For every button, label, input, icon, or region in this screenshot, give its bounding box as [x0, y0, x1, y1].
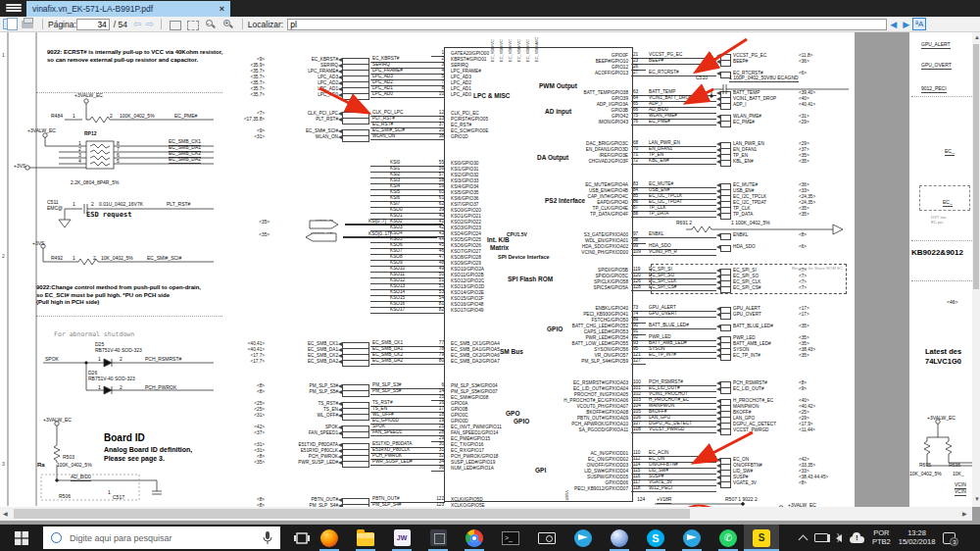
connector-icon: [338, 390, 370, 395]
page-ref: <17,7>: [242, 353, 268, 359]
zoom-out-icon[interactable]: -: [205, 19, 217, 30]
chip-block-label: LPC & MISC: [473, 92, 511, 99]
net-label: BATT_BLUE_LED#: [646, 323, 716, 329]
divider: [36, 316, 222, 317]
part-value: 1 100P_0402_50V8U ECAGND: [729, 75, 799, 82]
taskbar-app-sumatra-pdf-active[interactable]: S: [744, 525, 779, 551]
page-back-icon[interactable]: ⇦: [133, 19, 141, 29]
page-ref: <33>: [797, 188, 844, 194]
volume-icon[interactable]: [836, 534, 842, 542]
ref-des: RP12: [84, 130, 97, 136]
fit-width-icon[interactable]: [170, 21, 181, 30]
new-document-icon[interactable]: [3, 19, 16, 29]
zoom-in-icon[interactable]: +: [222, 19, 234, 30]
signal-label: WL_OFF#: [268, 413, 338, 419]
page-forward-icon[interactable]: ⇨: [145, 19, 153, 29]
action-center-icon[interactable]: 3: [943, 532, 956, 544]
pin-row: <35,7>LPC_AD2LPC_AD27LPC_AD2: [242, 80, 489, 86]
page-ref: <29>: [797, 120, 844, 125]
taskbar-app-file-explorer[interactable]: [348, 525, 383, 551]
taskbar-app-dark[interactable]: [420, 525, 456, 551]
chip-pin-name: CAP_INT#/GPIO4C: [446, 194, 631, 200]
tab-close-icon[interactable]: ×: [220, 1, 224, 17]
microphone-icon[interactable]: [263, 531, 272, 545]
part-value: RB751V-40 SOD-323: [88, 376, 135, 381]
taskbar-app-telegram-2[interactable]: [674, 525, 710, 551]
connector-icon: [338, 426, 370, 430]
search-input[interactable]: [287, 19, 887, 30]
connector-icon: [716, 476, 730, 480]
onedrive-error-icon[interactable]: [850, 536, 864, 543]
taskbar-app-jw-library[interactable]: JW: [384, 525, 419, 551]
clock[interactable]: 13:28 15/02/2018: [899, 529, 936, 546]
chip-pin-name: KSO15/GPIO2F: [445, 296, 484, 302]
chip-block-label: SPI Flash ROM: [508, 276, 553, 282]
scroll-right-icon[interactable]: ▶: [962, 510, 967, 517]
jw-library-icon: JW: [394, 529, 411, 546]
taskbar-app-whatsapp[interactable]: ✆: [710, 525, 746, 551]
page-number-input[interactable]: [76, 19, 110, 30]
scroll-left-icon[interactable]: ◀: [3, 510, 8, 517]
net-label: +V18R: [657, 496, 671, 504]
page-ref: <25>: [242, 407, 268, 413]
page-ref: <40,42>: [797, 404, 844, 410]
connector-icon: [716, 313, 730, 318]
taskbar-app-display-switch[interactable]: [529, 525, 564, 551]
pin-number: 127: [631, 358, 646, 365]
connector-icon: [716, 354, 730, 359]
find-next-icon[interactable]: ▶: [903, 20, 909, 29]
board-id-title: Board ID: [104, 432, 145, 443]
dvt-box: [919, 185, 970, 211]
taskbar-app-firefox[interactable]: [312, 525, 347, 551]
taskbar-app-telegram[interactable]: [565, 525, 601, 551]
page-ref: <7>: [242, 111, 268, 117]
page-ref: <35>: [247, 220, 272, 225]
connector-icon: [716, 336, 730, 341]
signal-label: EC_LID_OUT#: [730, 386, 797, 392]
net-label: PLT_RST#: [167, 201, 190, 207]
signal-label: TP_EN: [730, 153, 797, 159]
taskbar-app-skype[interactable]: S: [638, 525, 673, 551]
signal-label: BATT_TEMP: [730, 90, 797, 96]
vertical-scrollbar-thumb[interactable]: [973, 44, 979, 289]
language-indicator[interactable]: POR PTB2: [872, 529, 891, 546]
fit-page-icon[interactable]: [187, 21, 199, 30]
spi-reserve-label: Reserve for Share ROM EC: [792, 266, 843, 271]
document-tab[interactable]: vinafix.vn_EK-571-LA-B991P.pdf ×: [26, 1, 230, 17]
signal-label: EC_I2C_TPDAT: [730, 200, 797, 206]
horizontal-scrollbar-thumb[interactable]: [14, 509, 690, 519]
hamburger-menu-icon[interactable]: [4, 3, 24, 15]
connector-icon: [338, 93, 370, 98]
match-case-button[interactable]: ªA: [912, 18, 926, 30]
board-id-text: Please see page 3.: [104, 455, 165, 462]
signal-label: SYSON: [730, 347, 797, 353]
taskbar-app-command-prompt[interactable]: >_: [493, 525, 528, 551]
network-icon[interactable]: [814, 533, 828, 542]
print-icon[interactable]: [22, 19, 34, 29]
signal-label: SUSP#: [730, 475, 797, 480]
chip-pin-name: PBTN_OUT#/GPXIOA09: [446, 416, 631, 422]
signal-label: EC_SMI#_SCI#: [268, 128, 338, 134]
find-previous-icon[interactable]: ◀: [890, 20, 897, 29]
start-button[interactable]: [0, 525, 43, 551]
connector-icon: [716, 72, 730, 76]
part-value: 10K_: [953, 471, 964, 476]
net-label: SPOK: [45, 356, 59, 362]
connector-icon: [716, 411, 730, 416]
pin-number: 124: [637, 496, 645, 502]
chevron-up-icon[interactable]: [799, 534, 808, 544]
chip-pin-name: GPIO0F: [446, 53, 631, 59]
chip-pin-name: PWR_LED#/GPIO54: [446, 335, 631, 341]
chip-pin-name: EC_RSMRST#/GPXIOA03: [446, 380, 631, 386]
signal-label: PLT_RST#: [268, 117, 338, 123]
page-ref: <40,41>: [242, 341, 268, 347]
system-tray: POR PTB2 13:28 15/02/2018 3: [796, 525, 980, 551]
taskbar-search[interactable]: Digite aqui para pesquisar: [43, 526, 280, 549]
net-label: BEEP#: [646, 58, 716, 65]
scroll-down-icon[interactable]: ▼: [974, 496, 980, 502]
taskbar-app-winbox[interactable]: [602, 525, 637, 551]
net-label: EC_: [945, 148, 955, 156]
signal-label: BATT_AMB_LED#: [730, 341, 797, 347]
scroll-up-icon[interactable]: ▲: [974, 34, 980, 40]
taskbar-app-chrome[interactable]: [457, 525, 492, 551]
